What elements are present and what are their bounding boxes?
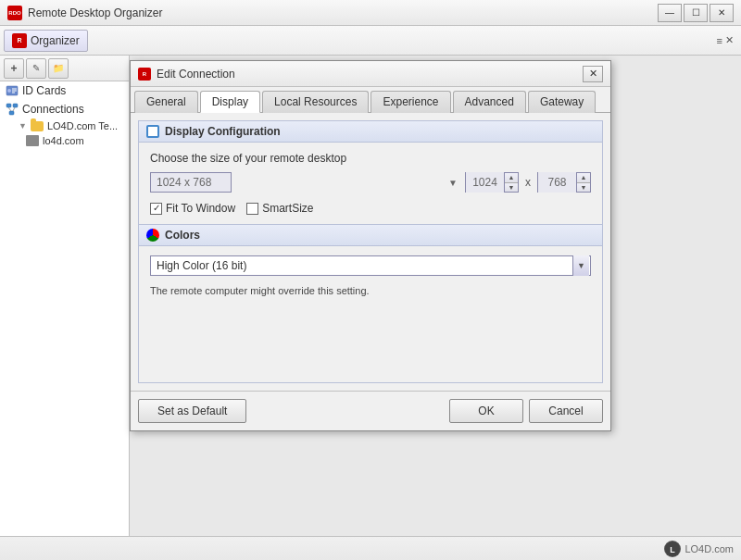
display-config-body: Choose the size of your remote desktop 1… bbox=[139, 143, 602, 224]
dialog-overlay: R Edit Connection ✕ General Display Loca… bbox=[0, 0, 741, 560]
tab-local-resources[interactable]: Local Resources bbox=[262, 91, 369, 113]
color-dropdown[interactable]: 256 Colors High Color (15 bit) High Colo… bbox=[150, 255, 591, 276]
color-dropdown-wrap: 256 Colors High Color (15 bit) High Colo… bbox=[150, 255, 591, 276]
width-input[interactable] bbox=[466, 172, 505, 193]
fit-to-window-box[interactable] bbox=[150, 203, 162, 215]
dialog-footer: Set as Default OK Cancel bbox=[131, 391, 610, 430]
colors-icon bbox=[146, 229, 159, 242]
tab-general[interactable]: General bbox=[134, 91, 198, 113]
set-default-button[interactable]: Set as Default bbox=[138, 399, 246, 423]
width-spinner-buttons: ▲ ▼ bbox=[505, 173, 518, 192]
colors-body: 256 Colors High Color (15 bit) High Colo… bbox=[139, 246, 602, 382]
height-input[interactable] bbox=[538, 172, 577, 193]
cancel-button[interactable]: Cancel bbox=[529, 399, 603, 423]
display-config-icon bbox=[146, 125, 159, 138]
edit-connection-dialog: R Edit Connection ✕ General Display Loca… bbox=[130, 60, 611, 431]
colors-title: Colors bbox=[165, 229, 200, 242]
colors-hint: The remote computer might override this … bbox=[150, 283, 591, 299]
width-down-button[interactable]: ▼ bbox=[505, 183, 518, 193]
fit-to-window-label: Fit To Window bbox=[166, 202, 235, 215]
resolution-separator: x bbox=[525, 176, 531, 189]
ok-button[interactable]: OK bbox=[449, 399, 523, 423]
colors-section: Colors 256 Colors High Color (15 bit) Hi… bbox=[138, 225, 603, 383]
dialog-tabs: General Display Local Resources Experien… bbox=[131, 87, 610, 113]
empty-space bbox=[150, 299, 591, 373]
smart-size-label: SmartSize bbox=[262, 202, 313, 215]
width-spinner: ▲ ▼ bbox=[465, 172, 519, 193]
display-config-header: Display Configuration bbox=[139, 121, 602, 143]
height-down-button[interactable]: ▼ bbox=[577, 183, 590, 193]
dialog-title-bar: R Edit Connection ✕ bbox=[131, 61, 610, 87]
resolution-dropdown-arrow: ▼ bbox=[448, 178, 458, 188]
height-spinner-buttons: ▲ ▼ bbox=[577, 173, 590, 192]
display-config-section: Display Configuration Choose the size of… bbox=[138, 120, 603, 225]
dialog-body: Display Configuration Choose the size of… bbox=[138, 120, 603, 383]
height-up-button[interactable]: ▲ bbox=[577, 173, 590, 183]
resolution-dropdown[interactable]: 1024 x 768 bbox=[150, 172, 232, 193]
tab-experience[interactable]: Experience bbox=[370, 91, 450, 113]
tab-display[interactable]: Display bbox=[200, 91, 260, 113]
width-up-button[interactable]: ▲ bbox=[505, 173, 518, 183]
height-spinner: ▲ ▼ bbox=[537, 172, 591, 193]
fit-to-window-checkbox[interactable]: Fit To Window bbox=[150, 202, 235, 215]
display-options-row: Fit To Window SmartSize bbox=[150, 202, 591, 215]
dialog-title-text: Edit Connection bbox=[157, 68, 583, 81]
smart-size-box[interactable] bbox=[246, 203, 258, 215]
display-config-title: Display Configuration bbox=[165, 125, 281, 138]
resolution-dropdown-wrap: 1024 x 768 ▼ bbox=[150, 172, 461, 193]
resolution-row: 1024 x 768 ▼ ▲ ▼ x bbox=[150, 172, 591, 193]
dialog-close-button[interactable]: ✕ bbox=[583, 66, 603, 82]
tab-advanced[interactable]: Advanced bbox=[453, 91, 526, 113]
smart-size-checkbox[interactable]: SmartSize bbox=[246, 202, 313, 215]
tab-gateway[interactable]: Gateway bbox=[528, 91, 596, 113]
colors-header: Colors bbox=[139, 225, 602, 246]
resolution-sub-label: Choose the size of your remote desktop bbox=[150, 152, 591, 165]
dialog-icon: R bbox=[138, 68, 151, 81]
